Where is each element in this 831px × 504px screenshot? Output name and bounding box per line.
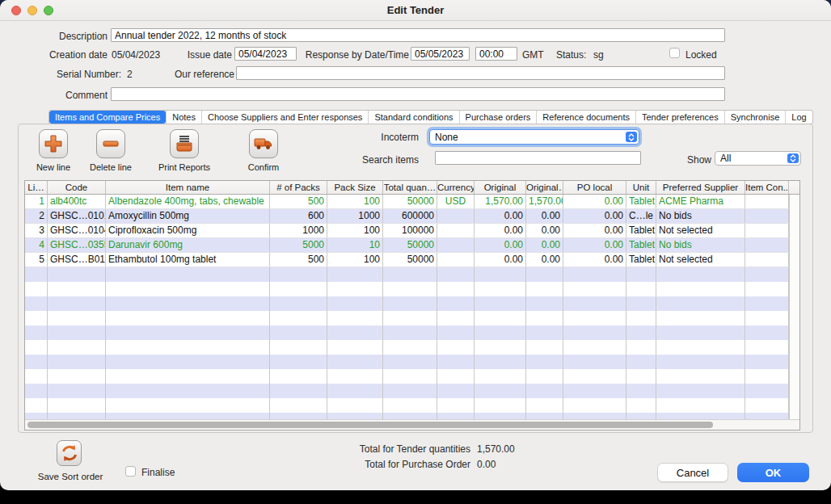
- empty-table-row: [25, 282, 799, 296]
- cell-packs: [270, 355, 327, 369]
- column-header-item_name[interactable]: Item name: [106, 181, 270, 194]
- cell-preferred_supplier: [656, 369, 745, 384]
- cell-po_local: [563, 384, 626, 398]
- cell-total_quan: [383, 326, 437, 340]
- empty-table-row: [25, 384, 799, 398]
- cell-unit: Tablet: [626, 224, 656, 237]
- column-header-code[interactable]: Code: [48, 181, 106, 194]
- cell-code: alb400tc: [48, 195, 106, 208]
- locked-label: Locked: [685, 49, 717, 61]
- cell-currency: [437, 384, 475, 398]
- cell-item_name: Darunavir 600mg: [106, 238, 270, 252]
- cell-line: [25, 267, 48, 282]
- cell-packs: [270, 267, 327, 282]
- column-header-line[interactable]: Li…: [25, 181, 48, 194]
- table-row[interactable]: 4GHSC…0355Darunavir 600mg500010500000.00…: [25, 238, 799, 253]
- response-date-input[interactable]: [411, 47, 470, 61]
- table-body: 1alb400tcAlbendazole 400mg, tabs, chewab…: [25, 195, 799, 420]
- table-row[interactable]: 2GHSC…0101Amoxycillin 500mg6001000600000…: [25, 209, 799, 224]
- save-sort-order-label: Save Sort order: [18, 472, 123, 481]
- tab-notes[interactable]: Notes: [166, 111, 201, 124]
- column-header-preferred_supplier[interactable]: Preferred Supplier: [656, 181, 745, 194]
- plus-icon: [43, 133, 64, 154]
- confirm-button[interactable]: [249, 129, 278, 158]
- cell-original2: 1,570.00: [526, 195, 563, 208]
- search-items-input[interactable]: [435, 151, 641, 165]
- horizontal-scrollbar-thumb[interactable]: [27, 422, 713, 428]
- save-sort-order-button[interactable]: [57, 440, 82, 466]
- cell-code: [48, 267, 106, 282]
- cell-item_con: [745, 238, 789, 252]
- empty-table-row: [25, 267, 799, 282]
- locked-checkbox[interactable]: [669, 48, 680, 58]
- table-horizontal-scrollbar[interactable]: [25, 419, 799, 430]
- column-header-pack_size[interactable]: Pack Size: [327, 181, 383, 194]
- issue-date-label: Issue date: [162, 49, 232, 61]
- empty-table-row: [25, 326, 799, 340]
- tab-synchronise[interactable]: Synchronise: [724, 111, 786, 124]
- delete-line-button[interactable]: [96, 129, 125, 158]
- cell-currency: [437, 296, 475, 311]
- issue-date-input[interactable]: [234, 47, 297, 61]
- column-header-po_local[interactable]: PO local: [563, 181, 626, 194]
- our-reference-input[interactable]: [236, 66, 725, 80]
- tab-choose-suppliers-and-enter-responses[interactable]: Choose Suppliers and Enter responses: [201, 111, 368, 124]
- cell-line: [25, 282, 48, 296]
- show-dropdown[interactable]: All: [715, 151, 801, 166]
- cell-currency: [437, 326, 475, 340]
- column-header-currency[interactable]: Currency: [437, 181, 475, 194]
- column-header-original2[interactable]: Original…: [526, 181, 563, 194]
- cell-total_quan: 50000: [383, 195, 437, 208]
- cell-original: [475, 340, 526, 355]
- column-header-total_quan[interactable]: Total quan…: [383, 181, 437, 194]
- cell-total_quan: [383, 340, 437, 355]
- tab-items-and-compare-prices[interactable]: Items and Compare Prices: [49, 111, 166, 124]
- cell-item_con: [745, 398, 789, 413]
- column-header-packs[interactable]: # of Packs: [270, 181, 327, 194]
- column-header-unit[interactable]: Unit: [626, 181, 656, 194]
- cell-unit: [626, 282, 656, 296]
- cell-preferred_supplier: [656, 355, 745, 369]
- cell-original2: [526, 282, 563, 296]
- column-header-item_con[interactable]: Item Con..: [745, 181, 789, 194]
- cell-original2: [526, 384, 563, 398]
- tab-log[interactable]: Log: [785, 111, 812, 124]
- response-time-input[interactable]: [475, 47, 517, 61]
- tab-purchase-orders[interactable]: Purchase orders: [459, 111, 537, 124]
- column-header-original[interactable]: Original: [475, 181, 526, 194]
- table-row[interactable]: 3GHSC…0104Ciprofloxacin 500mg10001001000…: [25, 224, 799, 238]
- finalise-label: Finalise: [141, 467, 175, 478]
- cell-currency: [437, 369, 475, 384]
- cell-currency: [437, 209, 475, 223]
- cell-item_con: [745, 340, 789, 355]
- cell-item_name: Amoxycillin 500mg: [106, 209, 270, 223]
- table-row[interactable]: 1alb400tcAlbendazole 400mg, tabs, chewab…: [25, 195, 799, 209]
- cell-po_local: 0.00: [563, 224, 626, 237]
- cell-code: GHSC…B0103: [48, 253, 106, 267]
- cell-total_quan: 100000: [383, 224, 437, 237]
- edit-tender-window: Edit Tender Description Creation date 05…: [0, 0, 831, 490]
- empty-table-row: [25, 355, 799, 369]
- ok-button[interactable]: OK: [737, 463, 809, 482]
- tab-reference-documents[interactable]: Reference documents: [536, 111, 635, 124]
- finalise-checkbox[interactable]: [125, 466, 136, 477]
- cell-original: 0.00: [475, 238, 526, 252]
- cell-unit: Tablet: [626, 253, 656, 267]
- new-line-button[interactable]: [39, 129, 68, 158]
- incoterm-dropdown[interactable]: None: [429, 129, 639, 145]
- table-row[interactable]: 5GHSC…B0103Ethambutol 100mg tablet500100…: [25, 253, 799, 267]
- comment-input[interactable]: [111, 87, 725, 101]
- cell-pack_size: 10: [327, 238, 383, 252]
- table-vertical-scrollbar[interactable]: [789, 195, 799, 420]
- cell-item_name: [106, 355, 270, 369]
- cell-pack_size: [327, 296, 383, 311]
- cell-original2: [526, 296, 563, 311]
- cell-po_local: 0.00: [563, 195, 626, 208]
- description-input[interactable]: [111, 28, 725, 42]
- cancel-button[interactable]: Cancel: [657, 463, 728, 482]
- tab-standard-conditions[interactable]: Standard conditions: [368, 111, 458, 124]
- tab-tender-preferences[interactable]: Tender preferences: [635, 111, 724, 124]
- cell-code: [48, 355, 106, 369]
- print-reports-button[interactable]: [170, 129, 199, 158]
- cell-total_quan: [383, 369, 437, 384]
